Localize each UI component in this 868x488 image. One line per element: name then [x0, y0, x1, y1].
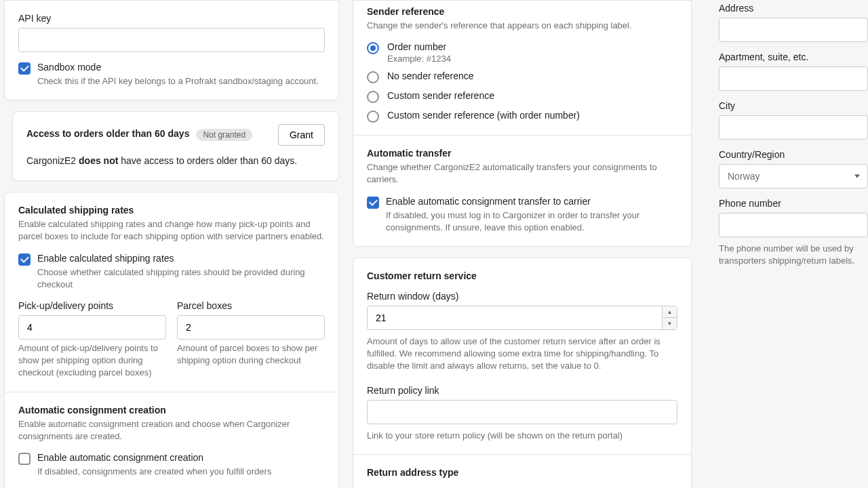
calc-enable-checkbox[interactable] [18, 253, 31, 266]
api-key-label: API key [18, 13, 325, 24]
autotrans-title: Automatic transfer [367, 148, 677, 159]
phone-label: Phone number [719, 198, 868, 209]
crs-window-input[interactable] [367, 306, 677, 330]
city-input[interactable] [719, 115, 868, 140]
country-select[interactable] [719, 164, 868, 188]
sender-title: Sender reference [367, 6, 677, 17]
grant-button[interactable]: Grant [278, 124, 325, 146]
city-label: City [719, 100, 868, 111]
api-key-input[interactable] [18, 28, 325, 52]
apt-input[interactable] [719, 66, 868, 91]
calc-title: Calculated shipping rates [18, 205, 325, 216]
crs-title: Customer return service [367, 270, 677, 281]
parcel-input[interactable] [177, 315, 325, 340]
calc-enable-label: Enable calculated shipping rates [37, 253, 325, 264]
sandbox-help: Check this if the API key belongs to a P… [37, 75, 319, 87]
address-label: Address [719, 3, 868, 14]
autotrans-desc: Change whether CargonizE2 automatically … [367, 161, 677, 186]
access-badge: Not granted [196, 129, 252, 141]
crs-window-label: Return window (days) [367, 291, 677, 302]
sender-r1-radio[interactable] [367, 42, 379, 54]
calc-enable-help: Choose whether calculated shipping rates… [37, 266, 325, 291]
calc-desc: Enable calculated shipping rates and cha… [18, 218, 325, 243]
crs-link-label: Return policy link [367, 385, 677, 396]
autotrans-label: Enable automatic consignment transfer to… [386, 196, 677, 207]
sandbox-label: Sandbox mode [37, 62, 319, 73]
rat-title: Return address type [367, 467, 677, 478]
phone-input[interactable] [719, 213, 868, 237]
crs-window-help: Amount of days to allow use of the custo… [367, 336, 677, 373]
sender-r1-label: Order number [387, 41, 451, 52]
sender-r4-radio[interactable] [367, 110, 379, 123]
stepper-up-icon[interactable]: ▲ [663, 306, 677, 319]
country-label: Country/Region [719, 149, 868, 160]
sender-r2-label: No sender reference [387, 70, 474, 81]
parcel-help: Amount of parcel boxes to show per shipp… [177, 342, 325, 367]
autotrans-checkbox[interactable] [367, 197, 379, 209]
address-input[interactable] [719, 18, 868, 42]
access-text: CargonizE2 does not have access to order… [26, 154, 325, 168]
phone-help: The phone number will be used by transpo… [719, 243, 868, 267]
autotrans-help: If disabled, you must log in to Cargoniz… [386, 209, 677, 234]
apt-label: Apartment, suite, etc. [719, 52, 868, 62]
auto-cons-title: Automatic consignment creation [18, 405, 325, 415]
access-title: Access to orders older than 60 days [26, 128, 189, 139]
pickup-label: Pick-up/delivery points [18, 300, 166, 311]
auto-cons-label: Enable automatic consignment creation [37, 452, 271, 463]
crs-link-input[interactable] [367, 400, 677, 424]
parcel-label: Parcel boxes [177, 300, 325, 311]
auto-cons-checkbox[interactable] [18, 453, 31, 465]
sender-desc: Change the sender's reference that appea… [367, 20, 677, 32]
sender-r1-sub: Example: #1234 [387, 54, 451, 64]
auto-cons-help: If disabled, consignments are created wh… [37, 466, 271, 478]
sandbox-checkbox[interactable] [18, 62, 31, 75]
stepper-down-icon[interactable]: ▼ [663, 318, 677, 329]
pickup-help: Amount of pick-up/delivery points to sho… [18, 342, 166, 380]
sender-r4-label: Custom sender reference (with order numb… [387, 110, 580, 121]
pickup-input[interactable] [18, 315, 166, 340]
sender-r3-radio[interactable] [367, 91, 379, 103]
sender-r2-radio[interactable] [367, 71, 379, 83]
crs-link-help: Link to your store return policy (will b… [367, 430, 677, 442]
sender-r3-label: Custom sender reference [387, 90, 494, 101]
auto-cons-desc: Enable automatic consignment creation an… [18, 418, 325, 443]
